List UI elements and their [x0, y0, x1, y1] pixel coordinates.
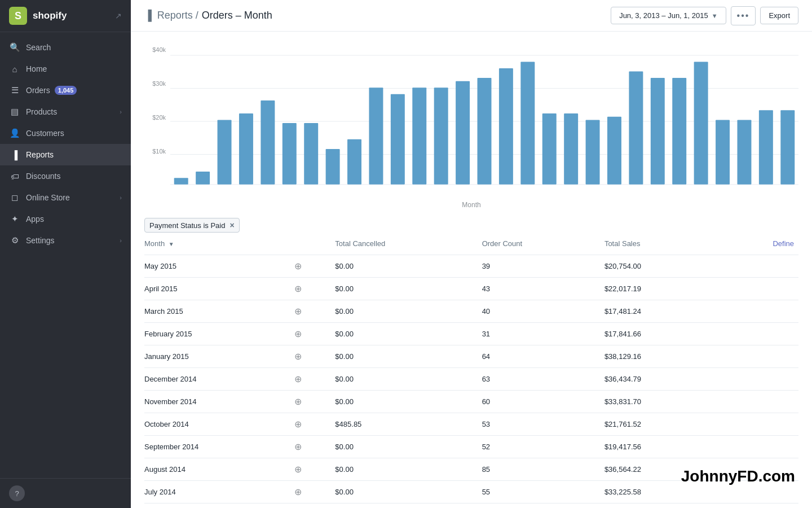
expand-icon[interactable]: ⊕: [294, 397, 302, 406]
page-title: Orders – Month: [202, 10, 272, 21]
sidebar-item-apps[interactable]: ✦Apps: [0, 208, 131, 230]
cell-expand[interactable]: ⊕: [290, 300, 330, 323]
customers-nav-label: Customers: [26, 129, 64, 138]
filter-remove-button[interactable]: ×: [230, 221, 234, 230]
cell-expand[interactable]: ⊕: [290, 278, 330, 300]
reports-nav-icon: ▐: [9, 149, 20, 160]
cell-total-sales: $38,129.16: [600, 345, 723, 368]
external-link-icon[interactable]: ↗: [115, 11, 122, 20]
sidebar-item-settings[interactable]: ⚙Settings›: [0, 230, 131, 251]
col-header-total-cancelled[interactable]: Total Cancelled: [330, 233, 477, 255]
bar-chart-container: $40k $30k $20k $10k: [144, 41, 798, 199]
cell-expand[interactable]: ⊕: [290, 391, 330, 413]
cell-expand[interactable]: ⊕: [290, 436, 330, 458]
expand-icon[interactable]: ⊕: [294, 261, 302, 271]
expand-icon[interactable]: ⊕: [294, 487, 302, 497]
data-table-area: Month ▼ Total Cancelled Order Count Tota…: [131, 233, 812, 508]
cell-expand[interactable]: ⊕: [290, 345, 330, 368]
filter-bar: Payment Status is Paid ×: [131, 213, 812, 233]
y-tick-40k: $40k: [144, 46, 166, 53]
bar-1: [196, 172, 210, 185]
col-header-order-count[interactable]: Order Count: [478, 233, 600, 255]
cell-total-sales: $19,417.56: [600, 436, 723, 458]
expand-icon[interactable]: ⊕: [294, 329, 302, 339]
sort-icon: ▼: [169, 241, 174, 247]
table-row: April 2015⊕$0.0043$22,017.19: [144, 278, 798, 300]
sidebar-item-home[interactable]: ⌂Home: [0, 58, 131, 80]
cell-order-count: 55: [478, 503, 600, 509]
export-button[interactable]: Export: [760, 7, 798, 24]
expand-icon[interactable]: ⊕: [294, 419, 302, 429]
main-content: ▐ Reports / Orders – Month Jun, 3, 2013 …: [131, 0, 812, 508]
cell-define: [723, 255, 798, 278]
cell-order-count: 85: [478, 458, 600, 481]
table-header-row: Month ▼ Total Cancelled Order Count Tota…: [144, 233, 798, 255]
cell-month: May 2015: [144, 255, 290, 278]
bar-6: [304, 123, 318, 185]
cell-expand[interactable]: ⊕: [290, 503, 330, 509]
bar-10: [391, 94, 405, 185]
help-icon[interactable]: ?: [9, 485, 25, 501]
sidebar-item-orders[interactable]: ☰Orders1,045: [0, 80, 131, 101]
reports-nav-label: Reports: [26, 150, 54, 159]
sidebar-item-products[interactable]: ▤Products›: [0, 101, 131, 122]
discounts-nav-icon: 🏷: [9, 170, 20, 182]
settings-nav-label: Settings: [26, 236, 55, 245]
sidebar-item-reports[interactable]: ▐Reports: [0, 144, 131, 165]
expand-icon[interactable]: ⊕: [294, 306, 302, 316]
table-row: August 2014⊕$0.0085$36,564.22: [144, 458, 798, 481]
y-tick-30k: $30k: [144, 80, 166, 87]
sidebar-item-search[interactable]: 🔍Search: [0, 37, 131, 58]
cell-order-count: 39: [478, 255, 600, 278]
cell-expand[interactable]: ⊕: [290, 255, 330, 278]
col-header-month[interactable]: Month ▼: [144, 233, 290, 255]
customers-nav-icon: 👤: [9, 128, 20, 139]
sidebar-item-customers[interactable]: 👤Customers: [0, 122, 131, 144]
shopify-logo-icon: S: [9, 7, 27, 25]
cell-define: [723, 345, 798, 368]
chart-area: $40k $30k $20k $10k Month: [131, 32, 812, 213]
cell-expand[interactable]: ⊕: [290, 323, 330, 345]
cell-expand[interactable]: ⊕: [290, 368, 330, 391]
page-header: ▐ Reports / Orders – Month Jun, 3, 2013 …: [131, 0, 812, 32]
online-store-nav-icon: ◻: [9, 192, 20, 203]
bar-2: [218, 120, 232, 184]
col-header-total-sales[interactable]: Total Sales: [600, 233, 723, 255]
cell-order-count: 53: [478, 413, 600, 436]
cell-total-cancelled: $0.00: [330, 458, 477, 481]
expand-icon[interactable]: ⊕: [294, 442, 302, 452]
cell-total-cancelled: $485.85: [330, 413, 477, 436]
cell-month: March 2015: [144, 300, 290, 323]
cell-total-cancelled: $0.00: [330, 345, 477, 368]
cell-expand[interactable]: ⊕: [290, 458, 330, 481]
date-range-button[interactable]: Jun, 3, 2013 – Jun, 1, 2015 ▼: [611, 7, 726, 24]
sidebar-item-discounts[interactable]: 🏷Discounts: [0, 165, 131, 187]
online-store-nav-label: Online Store: [26, 193, 70, 202]
define-link[interactable]: Define: [723, 233, 798, 255]
cell-order-count: 63: [478, 368, 600, 391]
cell-month: December 2014: [144, 368, 290, 391]
cell-month: June 2014: [144, 503, 290, 509]
table-row: February 2015⊕$0.0031$17,841.66: [144, 323, 798, 345]
table-row: October 2014⊕$485.8553$21,761.52: [144, 413, 798, 436]
bar-19: [586, 120, 600, 184]
products-expand-icon: ›: [120, 108, 122, 115]
cell-order-count: 31: [478, 323, 600, 345]
expand-icon[interactable]: ⊕: [294, 374, 302, 384]
header-actions: Jun, 3, 2013 – Jun, 1, 2015 ▼ ••• Export: [611, 6, 798, 25]
cell-expand[interactable]: ⊕: [290, 413, 330, 436]
dropdown-arrow-icon: ▼: [712, 12, 718, 19]
expand-icon[interactable]: ⊕: [294, 352, 302, 361]
more-options-button[interactable]: •••: [731, 6, 756, 25]
cell-month: October 2014: [144, 413, 290, 436]
expand-icon[interactable]: ⊕: [294, 465, 302, 474]
sidebar-item-online-store[interactable]: ◻Online Store›: [0, 187, 131, 208]
sidebar: S shopify ↗ 🔍Search⌂Home☰Orders1,045▤Pro…: [0, 0, 131, 508]
breadcrumb[interactable]: Reports /: [157, 10, 198, 21]
cell-expand[interactable]: ⊕: [290, 481, 330, 503]
discounts-nav-label: Discounts: [26, 172, 60, 181]
y-tick-10k: $10k: [144, 148, 166, 155]
bar-5: [283, 123, 297, 185]
expand-icon[interactable]: ⊕: [294, 284, 302, 294]
sidebar-nav: 🔍Search⌂Home☰Orders1,045▤Products›👤Custo…: [0, 32, 131, 478]
